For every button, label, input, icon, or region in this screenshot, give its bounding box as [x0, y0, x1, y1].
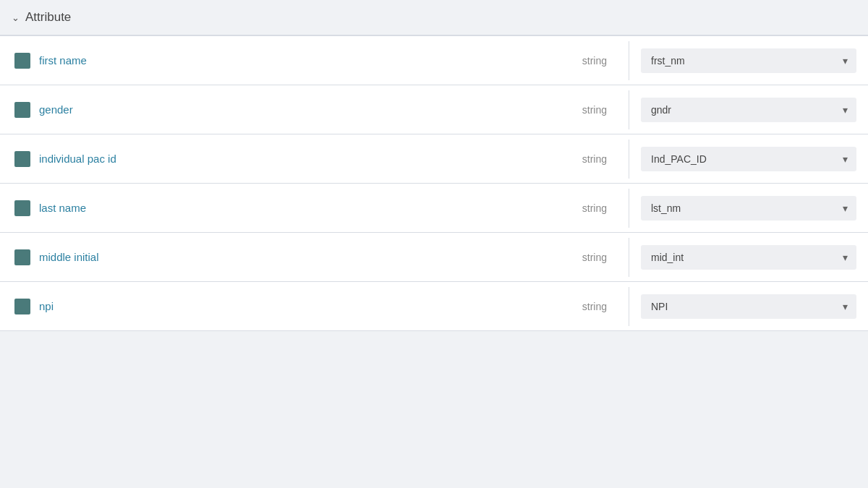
left-cell-individual-pac-id: individual pac idstring: [0, 140, 629, 179]
left-cell-last-name: last namestring: [0, 189, 629, 228]
attr-type-middle-initial: string: [582, 252, 607, 263]
left-cell-middle-initial: middle initialstring: [0, 238, 629, 277]
right-cell-middle-initial: mid_intmiddle_initialmi: [629, 238, 868, 277]
dropdown-wrapper-gender: gndrgendersex: [641, 98, 856, 122]
attribute-icon: [14, 299, 30, 314]
left-cell-gender: genderstring: [0, 90, 629, 129]
attribute-header: ⌄ Attribute: [0, 0, 868, 35]
left-cell-first-name: first namestring: [0, 41, 629, 80]
right-cell-npi: NPInpinpi_number: [629, 287, 868, 326]
attribute-icon: [14, 249, 30, 265]
dropdown-individual-pac-id[interactable]: Ind_PAC_IDpac_idindividual_pac_id: [641, 147, 856, 171]
dropdown-wrapper-individual-pac-id: Ind_PAC_IDpac_idindividual_pac_id: [641, 147, 856, 171]
attr-name-npi: npi: [39, 300, 574, 312]
dropdown-wrapper-middle-initial: mid_intmiddle_initialmi: [641, 245, 856, 270]
table-row: last namestringlst_nmlast_namelname: [0, 184, 868, 233]
table-row: genderstringgndrgendersex: [0, 85, 868, 134]
attribute-icon: [14, 53, 30, 69]
table-row: middle initialstringmid_intmiddle_initia…: [0, 233, 868, 282]
attr-name-gender: gender: [39, 103, 574, 116]
table-row: npistringNPInpinpi_number: [0, 282, 868, 331]
table-row: first namestringfrst_nmfirst_namefname: [0, 36, 868, 85]
attr-type-first-name: string: [582, 55, 607, 67]
dropdown-first-name[interactable]: frst_nmfirst_namefname: [641, 48, 856, 73]
attr-type-gender: string: [582, 104, 607, 116]
right-cell-last-name: lst_nmlast_namelname: [629, 189, 868, 228]
right-cell-individual-pac-id: Ind_PAC_IDpac_idindividual_pac_id: [629, 140, 868, 179]
dropdown-wrapper-npi: NPInpinpi_number: [641, 294, 856, 319]
header-title: Attribute: [25, 10, 71, 25]
left-cell-npi: npistring: [0, 287, 629, 326]
dropdown-gender[interactable]: gndrgendersex: [641, 98, 856, 122]
attribute-icon: [14, 200, 30, 216]
right-cell-gender: gndrgendersex: [629, 90, 868, 129]
collapse-icon[interactable]: ⌄: [12, 12, 20, 23]
attribute-table: first namestringfrst_nmfirst_namefnamege…: [0, 35, 868, 331]
main-container: ⌄ Attribute first namestringfrst_nmfirst…: [0, 0, 868, 488]
right-cell-first-name: frst_nmfirst_namefname: [629, 41, 868, 80]
table-row: individual pac idstringInd_PAC_IDpac_idi…: [0, 134, 868, 184]
dropdown-npi[interactable]: NPInpinpi_number: [641, 294, 856, 319]
attr-name-individual-pac-id: individual pac id: [39, 153, 574, 165]
attribute-icon: [14, 102, 30, 118]
dropdown-wrapper-last-name: lst_nmlast_namelname: [641, 196, 856, 221]
dropdown-last-name[interactable]: lst_nmlast_namelname: [641, 196, 856, 221]
dropdown-wrapper-first-name: frst_nmfirst_namefname: [641, 48, 856, 73]
attr-name-middle-initial: middle initial: [39, 251, 574, 263]
attr-type-last-name: string: [582, 202, 607, 214]
dropdown-middle-initial[interactable]: mid_intmiddle_initialmi: [641, 245, 856, 270]
attr-name-first-name: first name: [39, 54, 574, 67]
attribute-icon: [14, 151, 30, 167]
attr-type-npi: string: [582, 301, 607, 312]
attr-type-individual-pac-id: string: [582, 153, 607, 165]
attr-name-last-name: last name: [39, 202, 574, 214]
